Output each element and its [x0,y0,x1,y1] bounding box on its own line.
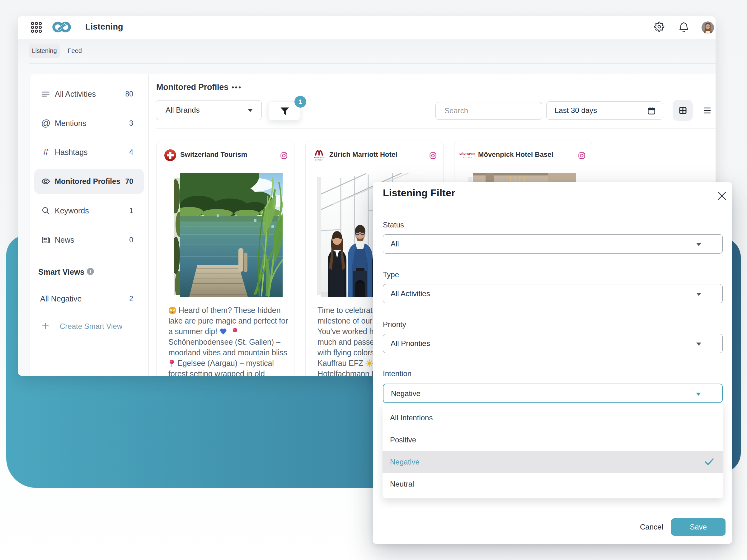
svg-text:MARRIOTT: MARRIOTT [314,157,324,159]
svg-text:ZURICH: ZURICH [315,159,323,161]
svg-text:i: i [90,269,91,274]
svg-text:MÖVENPICK: MÖVENPICK [459,153,475,156]
svg-text:HOTELS: HOTELS [463,157,472,158]
